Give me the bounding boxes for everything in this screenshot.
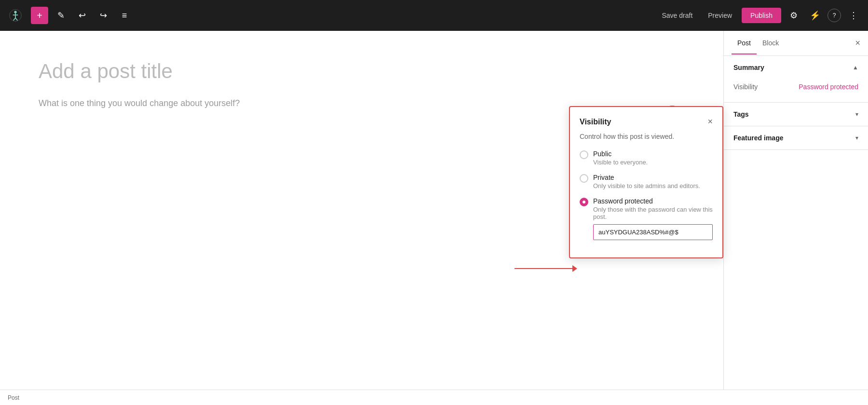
summary-section: Summary ▲ Visibility Password protected <box>724 56 868 103</box>
radio-option-password[interactable]: Password protected Only those with the p… <box>580 197 713 240</box>
gear-icon: ⚙ <box>790 10 798 21</box>
sidebar-close-button[interactable]: × <box>855 38 860 48</box>
settings-button[interactable]: ⚙ <box>785 7 802 24</box>
popup-close-button[interactable]: × <box>707 117 713 127</box>
radio-password[interactable] <box>580 198 588 206</box>
svg-point-1 <box>14 11 16 13</box>
visibility-label: Visibility <box>733 83 758 91</box>
popup-header: Visibility × <box>580 117 713 127</box>
tags-chevron-icon: ▾ <box>855 111 858 118</box>
preview-button[interactable]: Preview <box>702 8 738 23</box>
sidebar-tabs: Post Block × <box>724 31 868 56</box>
radio-private-desc: Only visible to site admins and editors. <box>593 182 700 189</box>
tab-block[interactable]: Block <box>757 32 785 54</box>
radio-option-private[interactable]: Private Only visible to site admins and … <box>580 174 713 189</box>
save-draft-button[interactable]: Save draft <box>656 8 698 23</box>
arrow-line <box>515 268 572 269</box>
radio-private-label: Private <box>593 174 700 181</box>
site-logo <box>6 6 25 25</box>
radio-password-label: Password protected <box>593 197 713 205</box>
publish-button[interactable]: Publish <box>742 8 781 23</box>
more-options-button[interactable]: ⋮ <box>845 7 862 24</box>
sidebar-content: Summary ▲ Visibility Password protected … <box>724 56 868 390</box>
radio-password-desc: Only those with the password can view th… <box>593 206 713 220</box>
visibility-value-link[interactable]: Password protected <box>799 83 858 91</box>
help-icon: ? <box>833 12 836 19</box>
featured-image-chevron-icon: ▾ <box>855 135 858 141</box>
undo-button[interactable]: ↩ <box>73 7 91 24</box>
summary-body: Visibility Password protected <box>724 79 868 102</box>
arrow-indicator <box>515 265 577 272</box>
edit-icon-button[interactable]: ✎ <box>52 7 69 24</box>
popup-title: Visibility <box>580 118 611 126</box>
main-content: Add a post title What is one thing you w… <box>0 31 868 390</box>
lightning-button[interactable]: ⚡ <box>806 7 824 24</box>
visibility-popup: Visibility × Control how this post is vi… <box>569 106 723 258</box>
sidebar: Post Block × Summary ▲ Visibility Passwo… <box>723 31 868 390</box>
radio-public[interactable] <box>580 150 588 159</box>
featured-image-section: Featured image ▾ <box>724 126 868 150</box>
radio-option-public[interactable]: Public Visible to everyone. <box>580 150 713 166</box>
visibility-row: Visibility Password protected <box>733 79 858 94</box>
topbar-actions: Save draft Preview Publish ⚙ ⚡ ? ⋮ <box>656 7 862 24</box>
tags-title: Tags <box>733 110 749 118</box>
summary-title: Summary <box>733 64 764 71</box>
topbar: + ✎ ↩ ↪ ≡ Save draft Preview Publish ⚙ ⚡… <box>0 0 868 31</box>
featured-image-header[interactable]: Featured image ▾ <box>724 126 868 149</box>
post-title-input[interactable]: Add a post title <box>39 60 685 83</box>
statusbar-label: Post <box>8 394 19 401</box>
radio-private-text: Private Only visible to site admins and … <box>593 174 700 189</box>
list-icon: ≡ <box>122 11 127 21</box>
undo-icon: ↩ <box>79 10 86 21</box>
redo-icon: ↪ <box>100 10 107 21</box>
tab-post[interactable]: Post <box>732 32 757 54</box>
arrow-head <box>572 265 577 272</box>
radio-password-text: Password protected Only those with the p… <box>593 197 713 240</box>
tags-header[interactable]: Tags ▾ <box>724 103 868 126</box>
popup-subtitle: Control how this post is viewed. <box>580 133 713 140</box>
help-button[interactable]: ? <box>827 9 841 22</box>
statusbar: Post <box>0 390 868 405</box>
password-input[interactable] <box>593 224 713 240</box>
add-block-button[interactable]: + <box>31 7 48 24</box>
more-icon: ⋮ <box>849 10 858 21</box>
radio-public-desc: Visible to everyone. <box>593 159 648 166</box>
tags-section: Tags ▾ <box>724 103 868 126</box>
summary-header[interactable]: Summary ▲ <box>724 56 868 79</box>
list-view-button[interactable]: ≡ <box>116 7 133 24</box>
summary-chevron-icon: ▲ <box>853 64 858 71</box>
pencil-icon: ✎ <box>57 10 65 21</box>
radio-private[interactable] <box>580 174 588 183</box>
lightning-icon: ⚡ <box>810 10 820 21</box>
radio-public-text: Public Visible to everyone. <box>593 150 648 166</box>
redo-button[interactable]: ↪ <box>95 7 112 24</box>
radio-public-label: Public <box>593 150 648 158</box>
featured-image-title: Featured image <box>733 134 783 142</box>
